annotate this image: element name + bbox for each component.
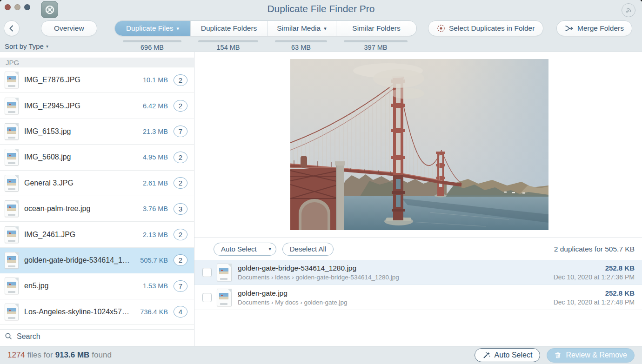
found-label: found [92, 351, 112, 360]
sidebar-file-row[interactable]: IMG_E2945.JPG 6.42 MB 2 [0, 93, 194, 119]
duplicate-count-badge: 7 [174, 126, 187, 137]
sidebar-file-row[interactable]: IMG_2461.JPG 2.13 MB 2 [0, 222, 194, 247]
duplicate-count-badge: 2 [174, 254, 187, 266]
tab-size-label: 397 MB [335, 44, 416, 51]
file-name: ocean-palm-tree.jpg [24, 205, 139, 213]
sidebar-file-row[interactable]: golden-gate-bridge-534614_1… 505.7 KB 2 [0, 248, 194, 273]
file-name: Los-Angeles-skyline-1024x57… [24, 308, 136, 316]
magic-wand-icon [482, 351, 491, 359]
sidebar-file-row[interactable]: IMG_E7876.JPG 10.1 MB 2 [0, 67, 194, 93]
jpeg-file-icon [5, 200, 19, 217]
search-input[interactable]: Search [0, 329, 194, 343]
file-size: 2.13 MB [143, 231, 168, 238]
duplicate-count-badge: 2 [174, 177, 187, 189]
tab-size-label: 696 MB [114, 44, 190, 51]
file-name: golden-gate-bridge-534614_1… [24, 256, 136, 265]
jpeg-file-icon [5, 252, 19, 269]
files-count: 1274 [7, 351, 25, 360]
tab-similar-media[interactable]: Similar Media ▾ [267, 21, 336, 36]
duplicate-file-date: Dec 10, 2020 at 1:27:36 PM [554, 273, 635, 281]
file-size: 3.76 MB [143, 205, 168, 212]
review-and-remove-button[interactable]: Review & Remove [547, 348, 635, 363]
preview-image [290, 59, 548, 230]
duplicate-count-badge: 3 [174, 203, 187, 215]
deselect-all-label: Deselect All [283, 245, 333, 253]
merge-arrow-icon [565, 24, 574, 33]
deselect-all-button[interactable]: Deselect All [282, 243, 334, 256]
size-bar [198, 40, 258, 42]
tab-size-indicator: 63 MB [267, 40, 335, 51]
file-name: IMG_2461.JPG [24, 231, 139, 239]
file-size: 736.4 KB [140, 308, 168, 316]
duplicate-file-path: Documents › My docs › golden-gate.jpg [238, 299, 554, 306]
sort-by-type-dropdown[interactable]: Sort by Type ▾ [5, 42, 48, 50]
duplicate-checkbox[interactable] [202, 268, 212, 277]
dashed-target-icon [437, 24, 445, 33]
duplicate-count-badge: 2 [174, 100, 187, 112]
content: JPG IMG_E7876.JPG 10.1 MB 2 IMG_E2945.JP… [0, 52, 642, 346]
auto-select-bottom-label: Auto Select [495, 351, 533, 359]
sidebar-file-row[interactable]: IMG_5608.jpg 4.95 MB 2 [0, 145, 194, 170]
auto-select-button[interactable]: Auto Select [475, 348, 541, 362]
sort-by-label: Sort by Type [5, 42, 44, 50]
jpeg-file-icon [5, 149, 19, 165]
share-button[interactable] [622, 3, 635, 17]
jpeg-file-icon [5, 72, 19, 88]
sidebar-file-row[interactable]: ocean-palm-tree.jpg 3.76 MB 3 [0, 196, 194, 222]
golden-gate-bridge-photo [290, 59, 548, 230]
sidebar-file-row[interactable]: IMG_6153.jpg 21.3 MB 7 [0, 119, 194, 145]
auto-select-dropdown[interactable]: ▾ [264, 243, 276, 255]
sidebar-file-row[interactable]: en5.jpg 1.53 MB 7 [0, 273, 194, 299]
duplicate-file-name: golden-gate.jpg [238, 289, 554, 298]
jpeg-file-icon [5, 278, 19, 294]
tab-duplicate-folders[interactable]: Duplicate Folders [190, 21, 267, 36]
tab-similar-folders[interactable]: Similar Folders [336, 21, 416, 36]
file-name: IMG_6153.jpg [24, 127, 139, 136]
main-pane: Auto Select ▾ Deselect All 2 duplicates … [194, 52, 642, 346]
size-bar [275, 40, 327, 42]
files-for-label: files for [27, 351, 53, 360]
caret-down-icon: ▾ [46, 44, 48, 49]
file-size: 4.95 MB [143, 153, 168, 161]
caret-down-icon: ▾ [324, 26, 327, 31]
size-bar [344, 40, 408, 42]
tab-label: Duplicate Files [126, 24, 174, 33]
total-size: 913.6 MB [55, 351, 90, 360]
search-icon [5, 332, 13, 340]
tab-duplicate-files[interactable]: Duplicate Files ▾ [115, 21, 190, 36]
file-size: 21.3 MB [143, 128, 168, 135]
back-button[interactable] [4, 20, 20, 36]
select-duplicates-in-folder-button[interactable]: Select Duplicates in Folder [428, 20, 543, 36]
selection-toolbar: Auto Select ▾ Deselect All 2 duplicates … [194, 238, 642, 260]
tab-size-label: 63 MB [267, 44, 335, 51]
group-header: JPG [0, 58, 194, 67]
overview-button[interactable]: Overview [41, 20, 97, 36]
duplicate-row[interactable]: golden-gate.jpg Documents › My docs › go… [194, 285, 642, 310]
scan-summary: 1274 files for 913.6 MB found [7, 351, 112, 360]
duplicate-list: golden-gate-bridge-534614_1280.jpg Docum… [194, 260, 642, 310]
jpeg-file-icon [217, 264, 232, 281]
duplicate-checkbox[interactable] [202, 293, 212, 302]
duplicate-file-path: Documents › ideas › golden-gate-bridge-5… [238, 274, 554, 281]
sidebar-file-row[interactable]: Los-Angeles-skyline-1024x57… 736.4 KB 4 [0, 299, 194, 325]
auto-select-split-button[interactable]: Auto Select ▾ [214, 243, 276, 256]
jpeg-file-icon [5, 304, 19, 320]
jpeg-file-icon [217, 289, 232, 306]
jpeg-file-icon [5, 123, 19, 140]
app-window: Duplicate File Finder Pro Overview Dupli… [0, 0, 642, 364]
auto-select-label: Auto Select [214, 245, 264, 253]
file-name: IMG_E2945.JPG [24, 102, 139, 110]
duplicate-count-badge: 7 [174, 280, 187, 292]
overview-label: Overview [54, 24, 84, 33]
trash-icon [554, 351, 562, 359]
duplicate-file-size: 252.8 KB [554, 289, 635, 297]
tab-size-indicator: 397 MB [335, 40, 416, 51]
jpeg-file-icon [5, 175, 19, 192]
file-size: 6.42 MB [143, 102, 168, 110]
duplicate-file-name: golden-gate-bridge-534614_1280.jpg [238, 264, 554, 272]
status-bar: 1274 files for 913.6 MB found Auto Selec… [0, 346, 642, 364]
merge-folders-button[interactable]: Merge Folders [556, 20, 632, 36]
duplicate-row[interactable]: golden-gate-bridge-534614_1280.jpg Docum… [194, 260, 642, 285]
sidebar-spacer [0, 325, 194, 329]
sidebar-file-row[interactable]: General 3.JPG 2.61 MB 2 [0, 171, 194, 196]
